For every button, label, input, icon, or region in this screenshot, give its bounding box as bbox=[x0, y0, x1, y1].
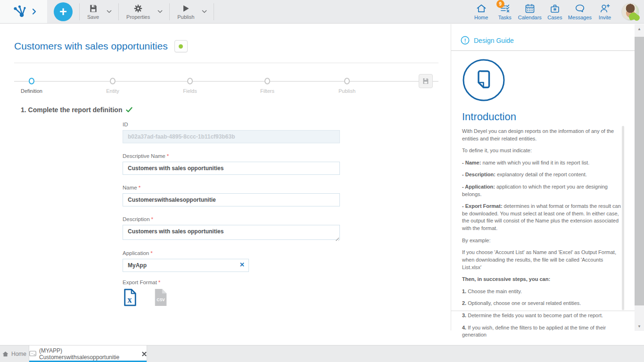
design-guide-title: Design Guide bbox=[474, 37, 514, 44]
scrollbar-thumb[interactable] bbox=[635, 37, 644, 305]
guide-illustration bbox=[462, 58, 505, 102]
clear-application-icon[interactable]: ✕ bbox=[239, 262, 245, 268]
speech-bubble-icon bbox=[574, 3, 586, 14]
stepper: DefinitionEntityFieldsFiltersPublish bbox=[14, 73, 438, 98]
field-name: Name* bbox=[123, 185, 340, 206]
stepper-step-definition[interactable]: Definition bbox=[3, 78, 60, 94]
close-tab-icon[interactable] bbox=[141, 352, 147, 356]
expand-chevron-right-icon[interactable] bbox=[32, 8, 36, 15]
scroll-up-arrow-icon[interactable]: ▲ bbox=[635, 24, 644, 33]
step-circle-icon bbox=[29, 78, 34, 84]
export-excel-toggle[interactable]: x bbox=[123, 288, 138, 307]
guide-paragraph: To define it, you must indicate: bbox=[462, 147, 621, 155]
properties-group: Properties bbox=[119, 0, 169, 23]
id-label: ID bbox=[123, 122, 340, 127]
guide-paragraph: If you choose 'Account List' as Name and… bbox=[462, 249, 621, 271]
nav-calendars[interactable]: Calendars bbox=[517, 3, 543, 20]
step-label: Entity bbox=[106, 88, 119, 94]
nav-cases[interactable]: Cases bbox=[543, 3, 567, 20]
description-textarea[interactable]: Customers with sales opportunities bbox=[123, 225, 340, 240]
required-asterisk: * bbox=[151, 216, 153, 222]
nav-home[interactable]: Home bbox=[470, 3, 493, 20]
properties-button[interactable]: Properties bbox=[119, 0, 153, 23]
document-circle-icon bbox=[462, 58, 505, 102]
guide-paragraph: 4. If you wish, define the filters to be… bbox=[462, 324, 621, 339]
save-menu-chevron-down-icon[interactable] bbox=[102, 0, 118, 23]
guide-paragraph: - Application: application to which the … bbox=[462, 183, 621, 198]
guide-scrollbar-thumb[interactable] bbox=[622, 126, 624, 310]
publish-label: Publish bbox=[177, 14, 194, 20]
nav-tasks[interactable]: 9 Tasks bbox=[493, 3, 517, 20]
field-application: Application* ✕ bbox=[123, 250, 340, 272]
gear-icon bbox=[133, 4, 143, 13]
stepper-save-button[interactable] bbox=[419, 74, 433, 88]
name-input[interactable] bbox=[123, 193, 340, 206]
page-scrollbar: ▲ ▼ bbox=[635, 24, 644, 331]
required-asterisk: * bbox=[150, 250, 152, 256]
nav-messages[interactable]: Messages bbox=[567, 3, 593, 20]
stepper-step-fields[interactable]: Fields bbox=[162, 78, 218, 94]
top-navigation: Home 9 Tasks bbox=[470, 3, 644, 21]
export-csv-toggle[interactable]: CSV bbox=[153, 288, 168, 307]
nav-label: Invite bbox=[599, 15, 611, 20]
field-export-format: Export Format* x CSV bbox=[123, 280, 340, 307]
logo-zone bbox=[0, 0, 47, 23]
tab-label: Home bbox=[11, 351, 26, 357]
nav-label: Cases bbox=[547, 15, 562, 20]
field-id: ID bbox=[123, 122, 340, 143]
step-circle-icon bbox=[344, 78, 350, 84]
bottom-tab-bar: Home (MYAPP) Customerswithsalesopportuni… bbox=[0, 345, 644, 362]
status-green-dot-icon bbox=[179, 44, 183, 49]
description-label: Description* bbox=[123, 216, 340, 222]
guide-paragraph: With Deyel you can design reports on the… bbox=[462, 128, 621, 142]
check-icon bbox=[126, 107, 132, 113]
field-descriptive-name: Descriptive Name* bbox=[123, 153, 340, 175]
person-plus-icon bbox=[599, 3, 611, 14]
excel-file-icon: x bbox=[123, 288, 138, 307]
new-object-button[interactable]: + bbox=[54, 2, 73, 21]
calendar-icon bbox=[524, 3, 536, 14]
guide-paragraph: 2. Optionally, choose one or several rel… bbox=[462, 300, 621, 307]
required-asterisk: * bbox=[167, 153, 169, 159]
nav-label: Tasks bbox=[498, 15, 512, 20]
report-tab-icon bbox=[29, 351, 36, 357]
guide-header-divider bbox=[451, 50, 635, 51]
application-input[interactable] bbox=[123, 259, 249, 272]
title-row: Customers with sales opportunities bbox=[14, 40, 188, 52]
page-title: Customers with sales opportunities bbox=[14, 41, 168, 52]
properties-label: Properties bbox=[126, 14, 150, 20]
guide-paragraph: - Description: explanatory detail of the… bbox=[462, 171, 621, 179]
save-label: Save bbox=[87, 14, 99, 20]
stepper-step-entity[interactable]: Entity bbox=[84, 78, 141, 94]
report-status-badge[interactable] bbox=[174, 40, 188, 52]
publish-button[interactable]: Publish bbox=[170, 0, 197, 23]
tasks-count-badge: 9 bbox=[496, 0, 504, 8]
nav-invite[interactable]: Invite bbox=[593, 3, 617, 20]
info-icon: ! bbox=[461, 36, 470, 45]
tab-report-active[interactable]: (MYAPP) Customerswithsalesopportunitie bbox=[29, 346, 147, 362]
tab-home[interactable]: Home bbox=[0, 346, 29, 362]
save-draft-icon bbox=[422, 77, 429, 85]
guide-paragraph: 3. Determine the fields you want to beco… bbox=[462, 312, 621, 320]
save-button[interactable]: Save bbox=[80, 0, 102, 23]
publish-menu-chevron-down-icon[interactable] bbox=[197, 0, 214, 23]
guide-paragraph: By example: bbox=[462, 237, 621, 245]
home-icon bbox=[476, 3, 487, 14]
guide-bottom-divider bbox=[451, 311, 635, 311]
guide-paragraph: - Name: name with which you will find it… bbox=[462, 159, 621, 167]
descriptive-name-input[interactable] bbox=[123, 162, 340, 175]
deyel-logo[interactable] bbox=[11, 4, 27, 20]
user-avatar[interactable] bbox=[621, 3, 639, 21]
stepper-step-filters[interactable]: Filters bbox=[239, 78, 296, 94]
scroll-down-arrow-icon[interactable]: ▼ bbox=[635, 321, 644, 331]
save-icon bbox=[89, 4, 98, 13]
stepper-step-publish[interactable]: Publish bbox=[319, 78, 375, 94]
section-title-row: 1. Complete the report definition bbox=[21, 106, 132, 114]
deyel-report-designer: + Save bbox=[0, 0, 644, 362]
nav-label: Messages bbox=[568, 15, 592, 20]
design-guide-header[interactable]: ! Design Guide bbox=[461, 36, 514, 45]
properties-menu-chevron-down-icon[interactable] bbox=[153, 0, 169, 23]
nav-label: Home bbox=[474, 15, 488, 20]
required-asterisk: * bbox=[158, 280, 160, 285]
application-label: Application* bbox=[123, 250, 340, 256]
